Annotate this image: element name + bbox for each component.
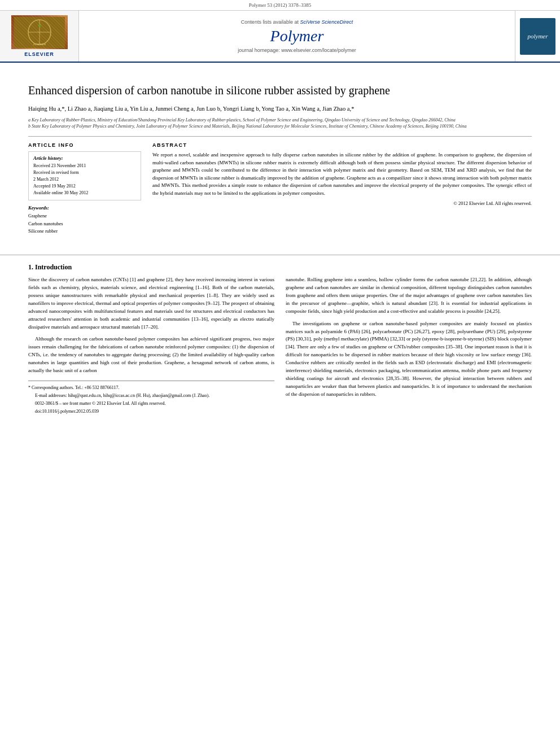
history-heading: Article history: xyxy=(33,155,136,161)
journal-citation: Polymer 53 (2012) 3378–3385 xyxy=(249,2,312,8)
elsevier-logo-image: 🌿 ELSEVIER xyxy=(11,15,68,49)
svg-text:🌿: 🌿 xyxy=(38,24,42,28)
article-history-box: Article history: Received 23 November 20… xyxy=(28,151,141,200)
authors-line: Haiqing Hu a,*, Li Zhao a, Jiaqiang Liu … xyxy=(28,104,532,113)
revised-label: Received in revised form xyxy=(33,169,136,176)
intro-para-2: Although the research on carbon nanotube… xyxy=(28,335,274,375)
keywords-heading: Keywords: xyxy=(28,205,141,211)
article-header-section: Enhanced dispersion of carbon nanotube i… xyxy=(0,63,560,247)
elsevier-logo-section: 🌿 ELSEVIER ELSEVIER xyxy=(0,11,79,62)
keyword-2: Carbon nanotubes xyxy=(28,220,141,228)
abstract-text: We report a novel, scalable and inexpens… xyxy=(152,151,532,197)
footnote-corresponding: * Corresponding authors. Tel.: +86 532 8… xyxy=(28,385,274,391)
polymer-logo-section: polymer xyxy=(515,11,560,62)
article-title: Enhanced dispersion of carbon nanotube i… xyxy=(28,83,532,98)
article-info-panel: ARTICLE INFO Article history: Received 2… xyxy=(28,142,141,235)
introduction-columns: Since the discovery of carbon nanotubes … xyxy=(28,276,532,416)
sciverse-line: Contents lists available at SciVerse Sci… xyxy=(241,19,353,25)
svg-text:ELSEVIER: ELSEVIER xyxy=(32,43,45,46)
intro-col-left: Since the discovery of carbon nanotubes … xyxy=(28,276,274,416)
journal-homepage: journal homepage: www.elsevier.com/locat… xyxy=(238,47,356,53)
keyword-1: Graphene xyxy=(28,212,141,220)
footnote-doi: doi:10.1016/j.polymer.2012.05.039 xyxy=(28,408,274,415)
available-date: Available online 30 May 2012 xyxy=(33,190,136,196)
section-divider xyxy=(0,255,560,255)
received-date: Received 23 November 2011 xyxy=(33,163,136,169)
polymer-logo-image: polymer xyxy=(520,18,555,55)
journal-center-header: Contents lists available at SciVerse Sci… xyxy=(79,11,515,62)
article-info-heading: ARTICLE INFO xyxy=(28,142,141,148)
footnote-rights: 0032-3861/$ – see front matter © 2012 El… xyxy=(28,400,274,407)
footnotes: * Corresponding authors. Tel.: +86 532 8… xyxy=(28,381,274,415)
accepted-date: Accepted 19 May 2012 xyxy=(33,183,136,190)
intro-para-4: The investigations on graphene or carbon… xyxy=(286,320,532,399)
abstract-heading: ABSTRACT xyxy=(152,142,532,148)
keywords-box: Keywords: Graphene Carbon nanotubes Sili… xyxy=(28,205,141,235)
intro-para-3: nanotube. Rolling graphene into a seamle… xyxy=(286,276,532,316)
keyword-3: Silicone rubber xyxy=(28,228,141,235)
footnote-email: E-mail addresses: hihq@qust.edu.cn, hihq… xyxy=(28,392,274,399)
elsevier-label: ELSEVIER xyxy=(24,51,54,57)
journal-citation-bar: Polymer 53 (2012) 3378–3385 xyxy=(0,0,560,11)
revised-date: 2 March 2012 xyxy=(33,176,136,183)
affiliation-a: a Key Laboratory of Rubber-Plastics, Min… xyxy=(28,117,532,123)
journal-header: 🌿 ELSEVIER ELSEVIER Contents lists avail… xyxy=(0,11,560,63)
info-abstract-section: ARTICLE INFO Article history: Received 2… xyxy=(28,136,532,235)
intro-para-1: Since the discovery of carbon nanotubes … xyxy=(28,276,274,331)
affiliation-b: b State Key Laboratory of Polymer Physic… xyxy=(28,123,532,129)
svg-point-1 xyxy=(28,20,51,45)
journal-name: Polymer xyxy=(270,27,324,45)
abstract-panel: ABSTRACT We report a novel, scalable and… xyxy=(152,142,532,235)
sciverse-link[interactable]: SciVerse ScienceDirect xyxy=(300,19,353,25)
body-content: 1. Introduction Since the discovery of c… xyxy=(0,263,560,427)
intro-col-right: nanotube. Rolling graphene into a seamle… xyxy=(286,276,532,416)
introduction-heading: 1. Introduction xyxy=(28,263,532,272)
copyright: © 2012 Elsevier Ltd. All rights reserved… xyxy=(152,200,532,206)
svg-rect-0 xyxy=(14,17,65,48)
affiliations: a Key Laboratory of Rubber-Plastics, Min… xyxy=(28,117,532,129)
